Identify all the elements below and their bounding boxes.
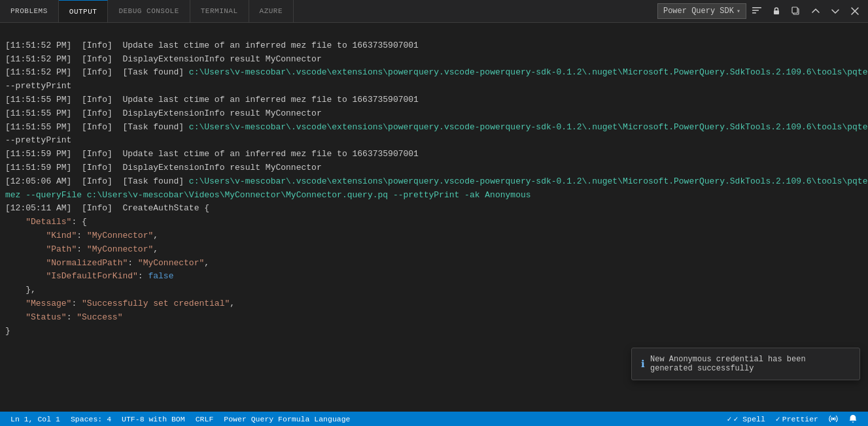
status-line-ending[interactable]: CRLF — [190, 412, 219, 426]
svg-rect-1 — [752, 10, 759, 11]
spell-check-icon: ✓ — [727, 414, 732, 423]
info-icon: ℹ — [641, 358, 645, 370]
list-filter-icon[interactable] — [748, 2, 766, 20]
tab-debug-console[interactable]: DEBUG CONSOLE — [108, 0, 190, 22]
svg-rect-5 — [792, 7, 797, 13]
status-spaces[interactable]: Spaces: 4 — [65, 412, 116, 426]
tab-terminal[interactable]: TERMINAL — [190, 0, 249, 22]
panel-tab-bar: PROBLEMS OUTPUT DEBUG CONSOLE TERMINAL A… — [0, 0, 868, 23]
bell-icon[interactable] — [843, 414, 863, 423]
chevron-up-icon[interactable] — [807, 2, 825, 20]
status-language[interactable]: Power Query Formula Language — [218, 412, 355, 426]
svg-rect-0 — [752, 7, 761, 8]
output-panel: [11:51:52 PM] [Info] Update last ctime o… — [0, 23, 868, 412]
broadcast-icon[interactable] — [824, 414, 843, 423]
tab-azure[interactable]: AZURE — [249, 0, 294, 22]
tab-bar-controls: Power Query SDK ▾ — [657, 0, 868, 22]
copy-icon[interactable] — [787, 2, 805, 20]
notification-popup: ℹ New Anonymous credential has been gene… — [631, 348, 860, 380]
lock-icon[interactable] — [767, 2, 786, 20]
spell-check-status[interactable]: ✓ ✓ Spell — [722, 414, 771, 423]
status-encoding[interactable]: UTF-8 with BOM — [116, 412, 190, 426]
output-content: [11:51:52 PM] [Info] Update last ctime o… — [0, 25, 868, 352]
svg-rect-2 — [752, 12, 756, 14]
prettier-icon: ✓ — [776, 414, 780, 423]
notification-message: New Anonymous credential has been genera… — [650, 355, 850, 373]
tab-problems[interactable]: PROBLEMS — [0, 0, 59, 22]
status-line-col[interactable]: Ln 1, Col 1 — [5, 412, 65, 426]
output-source-dropdown[interactable]: Power Query SDK ▾ — [657, 3, 746, 19]
chevron-down-icon[interactable] — [826, 2, 844, 20]
status-bar: Ln 1, Col 1 Spaces: 4 UTF-8 with BOM CRL… — [0, 412, 868, 426]
close-icon[interactable] — [846, 2, 864, 20]
tab-output[interactable]: OUTPUT — [59, 0, 109, 22]
status-bar-right: ✓ ✓ Spell ✓ Prettier — [722, 414, 863, 423]
svg-rect-3 — [774, 10, 779, 14]
prettier-status[interactable]: ✓ Prettier — [771, 414, 824, 423]
chevron-down-icon: ▾ — [737, 7, 740, 15]
